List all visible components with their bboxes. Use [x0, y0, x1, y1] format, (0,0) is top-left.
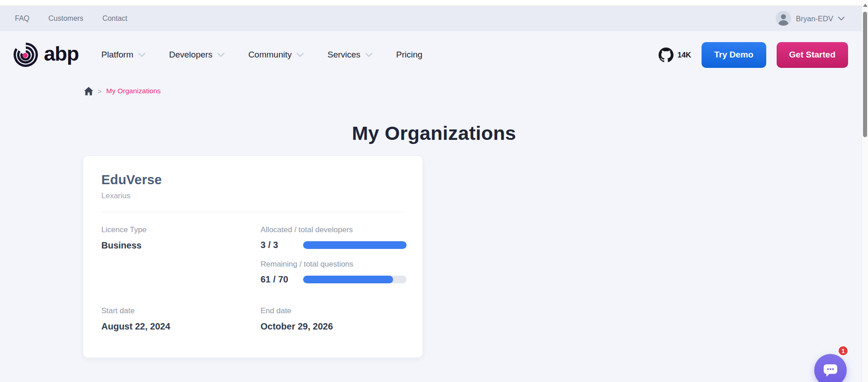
nav-item-pricing[interactable]: Pricing: [396, 50, 422, 60]
questions-label: Remaining / total questions: [261, 260, 407, 269]
chevron-down-icon: [838, 16, 845, 21]
start-date-value: August 22, 2024: [101, 321, 261, 332]
github-icon: [659, 48, 674, 62]
chat-badge: 1: [838, 345, 849, 356]
organization-owner: Lexarius: [101, 191, 404, 201]
breadcrumb: > My Organizations: [84, 86, 868, 96]
card-divider: [101, 212, 404, 212]
window-top-strip: [0, 0, 868, 6]
questions-progress-fill: [303, 276, 393, 283]
developers-meter-row: 3 / 3: [261, 240, 407, 250]
nav-item-label: Pricing: [396, 50, 422, 60]
nav-item-platform[interactable]: Platform: [101, 50, 146, 60]
logo-wordmark: abp: [44, 43, 79, 67]
nav-item-label: Developers: [169, 50, 213, 60]
arrow-up-icon[interactable]: [863, 4, 868, 7]
questions-value: 61 / 70: [261, 274, 297, 285]
start-date-label: Start date: [101, 306, 261, 315]
breadcrumb-current[interactable]: My Organizations: [106, 87, 161, 95]
chevron-down-icon: [138, 53, 146, 57]
nav-item-label: Community: [248, 50, 292, 60]
start-date-field: Start date August 22, 2024: [101, 306, 261, 332]
breadcrumb-home[interactable]: [84, 87, 93, 96]
organization-card: EduVerse Lexarius Licence Type Business …: [83, 156, 422, 358]
try-demo-button[interactable]: Try Demo: [702, 42, 766, 68]
github-star-count: 14K: [678, 51, 691, 59]
user-avatar-icon: [776, 11, 791, 26]
questions-meter-row: 61 / 70: [261, 274, 407, 285]
questions-progress-bar: [303, 276, 407, 283]
scrollbar[interactable]: [862, 0, 868, 382]
card-dates: Start date August 22, 2024 End date Octo…: [101, 306, 404, 332]
topbar: FAQ Customers Contact Bryan-EDV: [0, 6, 868, 31]
home-icon: [84, 87, 93, 96]
developers-label: Allocated / total developers: [261, 225, 407, 234]
nav-item-services[interactable]: Services: [327, 50, 373, 60]
github-link[interactable]: 14K: [659, 48, 691, 62]
chat-button[interactable]: [814, 354, 847, 382]
topbar-link-faq[interactable]: FAQ: [15, 14, 29, 23]
navbar-actions: 14K Try Demo Get Started: [659, 42, 848, 68]
developers-progress-bar: [303, 241, 407, 249]
nav-item-label: Platform: [101, 50, 133, 60]
developers-progress-fill: [303, 241, 407, 249]
nav-items: Platform Developers Community Services P…: [101, 50, 422, 60]
user-name: Bryan-EDV: [796, 14, 833, 23]
logo[interactable]: abp: [13, 42, 79, 67]
end-date-value: October 29, 2026: [261, 321, 404, 332]
main-navbar: abp Platform Developers Community Servic…: [0, 31, 868, 78]
end-date-label: End date: [261, 306, 404, 315]
nav-item-developers[interactable]: Developers: [169, 50, 225, 60]
chat-bubble-icon: [822, 363, 839, 378]
end-date-field: End date October 29, 2026: [261, 306, 404, 332]
breadcrumb-separator: >: [98, 87, 102, 95]
card-fields: Licence Type Business Allocated / total …: [101, 225, 404, 285]
user-menu[interactable]: Bryan-EDV: [776, 11, 845, 26]
licence-field: Licence Type Business: [101, 225, 261, 285]
organization-name: EduVerse: [101, 172, 404, 187]
nav-item-label: Services: [327, 50, 360, 60]
topbar-link-contact[interactable]: Contact: [102, 14, 127, 23]
scrollbar-thumb[interactable]: [863, 12, 867, 137]
usage-fields: Allocated / total developers 3 / 3 Remai…: [261, 225, 407, 285]
developers-value: 3 / 3: [261, 240, 297, 250]
licence-type-label: Licence Type: [101, 225, 261, 234]
page-title: My Organizations: [0, 122, 868, 144]
topbar-link-customers[interactable]: Customers: [48, 14, 83, 23]
chevron-down-icon: [217, 53, 225, 57]
abp-logo-icon: [13, 42, 38, 67]
get-started-button[interactable]: Get Started: [777, 42, 848, 68]
chevron-down-icon: [365, 53, 373, 57]
nav-item-community[interactable]: Community: [248, 50, 304, 60]
licence-type-value: Business: [101, 240, 261, 251]
chevron-down-icon: [296, 53, 304, 57]
